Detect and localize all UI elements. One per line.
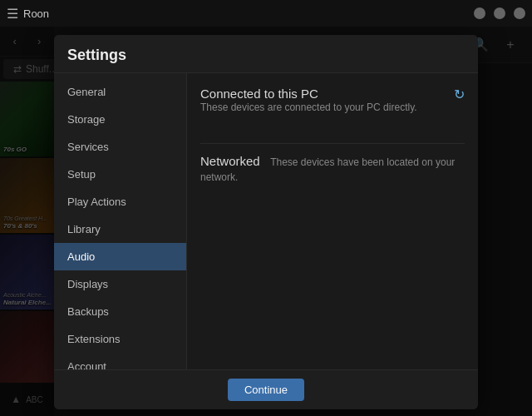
settings-overlay: Settings General Storage Services Setup … xyxy=(0,27,532,416)
refresh-button[interactable]: ↻ xyxy=(454,87,465,102)
nav-item-general[interactable]: General xyxy=(54,78,186,106)
nav-item-account[interactable]: Account xyxy=(54,353,186,369)
continue-button[interactable]: Continue xyxy=(228,379,304,401)
app-name: Roon xyxy=(23,7,49,20)
app-body: ‹ › ⇄ Shuff... 70s GO 70's & 80's 70s Gr… xyxy=(0,27,532,416)
nav-item-extensions[interactable]: Extensions xyxy=(54,325,186,353)
settings-footer: Continue xyxy=(54,369,478,409)
settings-title: Settings xyxy=(54,35,478,73)
menu-icon[interactable]: ☰ xyxy=(7,6,18,22)
minimize-button[interactable] xyxy=(474,7,485,19)
nav-item-play-actions[interactable]: Play Actions xyxy=(54,188,186,215)
main-area: ‹ › ⇄ Shuff... 70s GO 70's & 80's 70s Gr… xyxy=(0,27,532,416)
nav-item-services[interactable]: Services xyxy=(54,133,186,161)
networked-title: Networked xyxy=(200,154,260,168)
section-divider xyxy=(200,143,465,144)
titlebar-controls xyxy=(474,7,525,19)
settings-content: Connected to this PC These devices are c… xyxy=(187,73,478,369)
maximize-button[interactable] xyxy=(494,7,505,19)
connected-section: Connected to this PC These devices are c… xyxy=(200,87,417,126)
nav-item-backups[interactable]: Backups xyxy=(54,298,186,325)
nav-item-audio[interactable]: Audio xyxy=(54,243,186,270)
nav-item-storage[interactable]: Storage xyxy=(54,106,186,133)
nav-item-library[interactable]: Library xyxy=(54,215,186,243)
titlebar-left: ☰ Roon xyxy=(7,6,49,22)
networked-section: Networked These devices have been locate… xyxy=(200,154,465,184)
settings-nav: General Storage Services Setup Play Acti… xyxy=(54,73,187,369)
connected-sub: These devices are connected to your PC d… xyxy=(200,102,417,113)
nav-item-displays[interactable]: Displays xyxy=(54,270,186,298)
connected-title: Connected to this PC xyxy=(200,87,318,101)
nav-item-setup[interactable]: Setup xyxy=(54,161,186,188)
close-button[interactable] xyxy=(514,7,525,19)
settings-body: General Storage Services Setup Play Acti… xyxy=(54,73,478,369)
titlebar: ☰ Roon xyxy=(0,0,532,27)
settings-dialog: Settings General Storage Services Setup … xyxy=(54,35,478,409)
